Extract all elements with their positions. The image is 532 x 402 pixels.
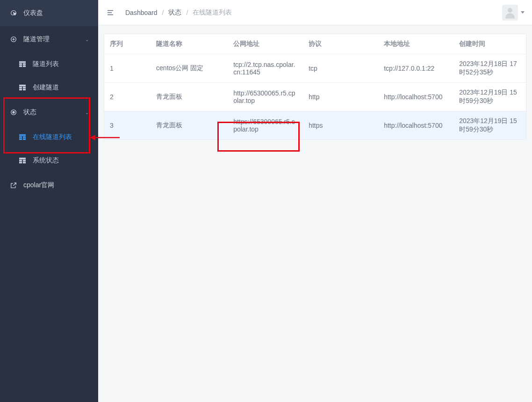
cell-time: 2023年12月19日 15时59分30秒	[453, 111, 526, 139]
th-time: 创建时间	[453, 34, 526, 54]
circle-plus-icon	[9, 35, 18, 44]
cell-url: http://65300065.r5.cpolar.top	[228, 83, 303, 111]
breadcrumb-separator: /	[186, 9, 188, 16]
sidebar-item-label: 仪表盘	[23, 9, 43, 17]
table-icon	[19, 84, 26, 91]
sidebar-subitem-label: 隧道列表	[33, 60, 59, 68]
svg-rect-6	[19, 85, 26, 87]
sidebar-item-label: 状态	[23, 108, 36, 117]
svg-rect-21	[19, 162, 22, 164]
cell-url: tcp://2.tcp.nas.cpolar.cn:11645	[228, 54, 303, 83]
cell-seq: 2	[104, 83, 151, 111]
sidebar: 仪表盘 隧道管理 ⌄ 隧道列表 创建隧道 状态 ⌄ 在线隧道列表	[0, 0, 98, 402]
table-row[interactable]: 1 centos公网 固定 tcp://2.tcp.nas.cpolar.cn:…	[104, 54, 526, 83]
breadcrumb-current: 在线隧道列表	[193, 8, 232, 17]
sidebar-item-label: cpolar官网	[23, 181, 54, 190]
content: 序列 隧道名称 公网地址 协议 本地地址 创建时间 1 centos公网 固定 …	[98, 25, 532, 148]
sidebar-subitem-create-tunnel[interactable]: 创建隧道	[0, 76, 98, 99]
main: Dashboard / 状态 / 在线隧道列表 序列 隧道名称 公网地址 协议 …	[98, 0, 532, 402]
gauge-icon	[9, 9, 18, 17]
cell-proto: tcp	[303, 54, 378, 83]
sidebar-subitem-online-tunnels[interactable]: 在线隧道列表	[0, 125, 98, 149]
svg-rect-7	[19, 87, 22, 88]
sidebar-subitem-label: 创建隧道	[33, 83, 59, 92]
external-link-icon	[9, 181, 18, 190]
user-menu[interactable]	[502, 5, 525, 21]
svg-rect-22	[23, 162, 26, 164]
sidebar-item-tunnel-mgmt[interactable]: 隧道管理 ⌄	[0, 26, 98, 52]
svg-rect-19	[19, 160, 22, 161]
cell-time: 2023年12月18日 17时52分35秒	[453, 54, 526, 83]
breadcrumb-dashboard[interactable]: Dashboard	[125, 9, 158, 16]
th-seq: 序列	[104, 34, 151, 54]
th-url: 公网地址	[228, 34, 303, 54]
target-icon	[9, 108, 18, 117]
svg-rect-13	[19, 134, 26, 136]
table-icon	[19, 133, 26, 141]
svg-rect-9	[19, 89, 22, 91]
svg-rect-15	[23, 136, 26, 138]
cell-name: centos公网 固定	[151, 54, 228, 83]
table-icon	[19, 60, 26, 68]
sidebar-item-cpolar-site[interactable]: cpolar官网	[0, 172, 98, 198]
svg-rect-14	[19, 136, 22, 138]
svg-rect-16	[19, 139, 22, 140]
th-name: 隧道名称	[151, 34, 228, 54]
sidebar-subitem-system-status[interactable]: 系统状态	[0, 149, 98, 172]
cell-proto: http	[303, 83, 378, 111]
table-row[interactable]: 2 青龙面板 http://65300065.r5.cpolar.top htt…	[104, 83, 526, 111]
th-proto: 协议	[303, 34, 378, 54]
chevron-down-icon: ⌄	[85, 110, 89, 115]
svg-rect-20	[23, 160, 26, 161]
sidebar-subitem-label: 在线隧道列表	[33, 133, 72, 141]
cell-name: 青龙面板	[151, 83, 228, 111]
svg-rect-10	[23, 89, 26, 91]
cell-time: 2023年12月19日 15时59分30秒	[453, 83, 526, 111]
svg-rect-18	[19, 158, 26, 160]
avatar	[502, 5, 518, 21]
cell-local: tcp://127.0.0.1:22	[378, 54, 453, 83]
svg-rect-3	[23, 63, 26, 65]
cell-proto: https	[303, 111, 378, 139]
svg-rect-2	[19, 63, 22, 65]
cell-seq: 1	[104, 54, 151, 83]
cell-local: http://localhost:5700	[378, 83, 453, 111]
cell-name: 青龙面板	[151, 111, 228, 139]
chevron-down-icon: ⌄	[85, 37, 89, 42]
cell-local: http://localhost:5700	[378, 111, 453, 139]
svg-rect-1	[19, 61, 26, 63]
sidebar-item-dashboard[interactable]: 仪表盘	[0, 0, 98, 26]
caret-down-icon	[521, 11, 525, 14]
sidebar-item-label: 隧道管理	[23, 35, 50, 44]
sidebar-item-status[interactable]: 状态 ⌄	[0, 99, 98, 125]
cell-url: https://65300065.r5.cpolar.top	[228, 111, 303, 139]
svg-rect-17	[23, 139, 26, 140]
svg-rect-8	[23, 87, 26, 88]
sidebar-toggle-button[interactable]	[106, 8, 115, 17]
table-row[interactable]: 3 青龙面板 https://65300065.r5.cpolar.top ht…	[104, 111, 526, 139]
topbar: Dashboard / 状态 / 在线隧道列表	[98, 0, 532, 25]
svg-point-12	[13, 111, 14, 113]
svg-rect-4	[19, 66, 22, 67]
svg-rect-5	[23, 66, 26, 67]
breadcrumb-status[interactable]: 状态	[168, 8, 181, 17]
table-icon	[19, 157, 26, 164]
sidebar-subitem-label: 系统状态	[33, 156, 59, 165]
table-header-row: 序列 隧道名称 公网地址 协议 本地地址 创建时间	[104, 34, 526, 54]
cell-seq: 3	[104, 111, 151, 139]
sidebar-subitem-tunnel-list[interactable]: 隧道列表	[0, 52, 98, 76]
tunnel-table: 序列 隧道名称 公网地址 协议 本地地址 创建时间 1 centos公网 固定 …	[104, 34, 526, 140]
breadcrumb: Dashboard / 状态 / 在线隧道列表	[125, 8, 232, 17]
breadcrumb-separator: /	[162, 9, 164, 16]
th-local: 本地地址	[378, 34, 453, 54]
